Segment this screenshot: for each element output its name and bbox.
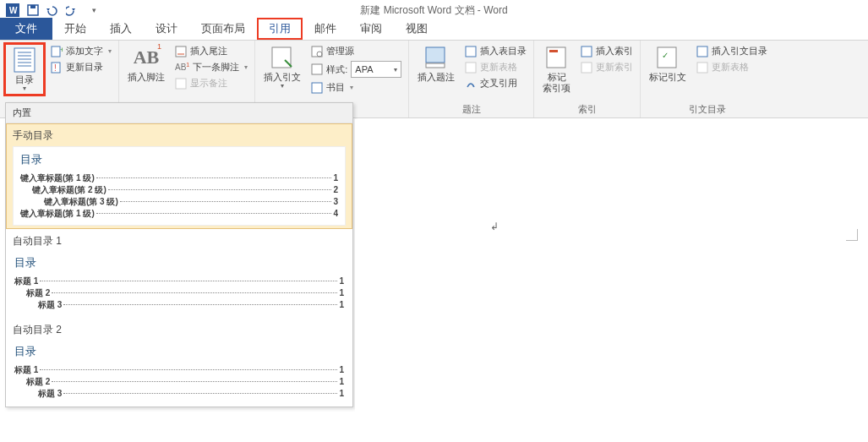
svg-rect-10	[52, 46, 60, 57]
insert-index-button[interactable]: 插入索引	[577, 44, 636, 58]
insert-tof-button[interactable]: 插入表目录	[461, 44, 530, 58]
show-notes-label: 显示备注	[190, 77, 227, 90]
toc-preview-heading: 目录	[14, 255, 344, 270]
svg-text:W: W	[9, 6, 18, 15]
insert-endnote-button[interactable]: 插入尾注	[172, 44, 251, 58]
mark-entry-label: 标记 索引项	[543, 72, 570, 94]
mark-citation-button[interactable]: ✓ 标记引文	[644, 42, 691, 85]
insert-citation-button[interactable]: 插入引文 ▾	[259, 42, 306, 91]
toc-option-auto1[interactable]: 自动目录 1 目录 标题 11标题 21标题 31	[6, 229, 352, 318]
toc-line: 标题 11	[14, 364, 344, 376]
svg-rect-20	[312, 64, 322, 74]
group-index: 标记 索引项 插入索引 更新索引 索引	[534, 41, 641, 117]
insert-caption-label: 插入题注	[418, 72, 455, 83]
toc-line: 键入章标题(第 1 级)1	[20, 172, 338, 184]
show-notes-icon	[175, 78, 187, 90]
manage-sources-icon	[311, 46, 323, 57]
insert-index-label: 插入索引	[596, 45, 633, 57]
svg-text:+: +	[60, 46, 63, 54]
insert-toa-button[interactable]: 插入引文目录	[693, 44, 771, 58]
caption-icon	[423, 44, 450, 71]
toc-line: 标题 31	[14, 388, 344, 400]
svg-rect-22	[426, 47, 445, 63]
svg-rect-4	[14, 48, 35, 72]
svg-rect-16	[176, 79, 186, 89]
insert-footnote-label: 插入脚注	[128, 72, 165, 83]
insert-endnote-label: 插入尾注	[190, 45, 227, 57]
tab-file[interactable]: 文件	[0, 18, 52, 40]
chevron-down-icon: ▾	[281, 83, 284, 90]
qat-customize-icon[interactable]: ▾	[85, 1, 103, 19]
mark-entry-button[interactable]: 标记 索引项	[538, 42, 576, 95]
show-notes-button: 显示备注	[172, 76, 251, 90]
update-toc-label: 更新目录	[66, 61, 103, 74]
next-footnote-label: 下一条脚注	[193, 61, 239, 74]
insert-index-icon	[581, 46, 592, 57]
insert-caption-button[interactable]: 插入题注	[412, 42, 460, 85]
svg-rect-17	[272, 47, 291, 68]
bibliography-icon	[311, 82, 323, 94]
insert-toa-icon	[696, 46, 708, 57]
insert-footnote-button[interactable]: AB1 插入脚注	[123, 42, 170, 85]
toc-dropdown-header: 内置	[6, 103, 352, 123]
cross-ref-label: 交叉引用	[480, 77, 517, 90]
toc-option-manual[interactable]: 手动目录 目录 键入章标题(第 1 级)1键入章标题(第 2 级)2键入章标题(…	[6, 123, 352, 229]
toc-option-auto1-preview: 目录 标题 11标题 21标题 31	[13, 252, 346, 314]
tab-insert[interactable]: 插入	[98, 18, 144, 40]
toc-option-manual-title: 手动目录	[13, 128, 346, 143]
citation-icon	[269, 44, 296, 71]
add-text-icon: +	[51, 46, 63, 57]
next-footnote-button[interactable]: AB1 下一条脚注▾	[172, 60, 251, 74]
toc-line: 键入章标题(第 1 级)4	[20, 208, 338, 220]
add-text-button[interactable]: + 添加文字▾	[47, 44, 115, 58]
insert-toa-label: 插入引文目录	[712, 45, 767, 57]
tab-layout[interactable]: 页面布局	[189, 18, 257, 40]
tab-mailings[interactable]: 邮件	[303, 18, 348, 40]
document-area[interactable]: ↲	[355, 119, 868, 442]
update-index-label: 更新索引	[596, 61, 633, 74]
update-toa-button: 更新表格	[693, 60, 771, 74]
tof-icon	[465, 46, 477, 57]
update-table-button: 更新表格	[461, 60, 530, 74]
toc-button[interactable]: 目录 ▾	[3, 42, 46, 96]
tab-design[interactable]: 设计	[144, 18, 189, 40]
group-captions: 插入题注 插入表目录 更新表格 交叉引用 题注	[409, 41, 534, 117]
toc-lines: 键入章标题(第 1 级)1键入章标题(第 2 级)2键入章标题(第 3 级)3键…	[20, 172, 338, 220]
style-value: APA	[355, 64, 373, 74]
footnote-icon: AB1	[133, 44, 160, 71]
svg-rect-23	[426, 63, 445, 68]
toc-line: 标题 11	[14, 276, 344, 287]
toc-icon	[11, 46, 38, 74]
tab-review[interactable]: 审阅	[348, 18, 394, 40]
tab-view[interactable]: 视图	[394, 18, 439, 40]
cross-ref-button[interactable]: 交叉引用	[461, 76, 530, 90]
style-select[interactable]: APA▾	[351, 61, 401, 78]
toc-line: 键入章标题(第 2 级)2	[20, 184, 338, 196]
svg-rect-28	[581, 46, 592, 57]
toc-lines: 标题 11标题 21标题 31	[14, 276, 344, 311]
bibliography-button[interactable]: 书目▾	[308, 80, 405, 95]
toc-dropdown: 内置 手动目录 目录 键入章标题(第 1 级)1键入章标题(第 2 级)2键入章…	[5, 102, 353, 407]
undo-icon[interactable]	[44, 1, 63, 19]
manage-sources-button[interactable]: 管理源	[308, 44, 405, 58]
redo-icon[interactable]	[64, 1, 83, 19]
tab-references[interactable]: 引用	[257, 18, 303, 40]
tab-home[interactable]: 开始	[52, 18, 98, 40]
manage-sources-label: 管理源	[326, 45, 354, 57]
toc-preview-heading: 目录	[14, 344, 344, 359]
toc-option-auto2-preview: 目录 标题 11标题 21标题 31	[13, 341, 346, 403]
mark-citation-icon: ✓	[654, 44, 681, 71]
ribbon-tabs: 文件 开始 插入 设计 页面布局 引用 邮件 审阅 视图	[0, 20, 868, 41]
svg-rect-3	[30, 5, 35, 8]
toc-option-auto2[interactable]: 自动目录 2 目录 标题 11标题 21标题 31	[6, 318, 352, 407]
style-row: 样式: APA▾	[308, 60, 405, 79]
svg-rect-14	[176, 46, 186, 57]
toc-line: 标题 21	[14, 376, 344, 388]
update-toc-button[interactable]: ! 更新目录	[47, 60, 115, 74]
toc-preview-heading: 目录	[20, 152, 338, 167]
toc-option-auto2-title: 自动目录 2	[13, 323, 346, 337]
save-icon[interactable]	[24, 1, 42, 19]
update-toc-icon: !	[51, 62, 63, 74]
cursor-mark-icon: ↲	[490, 221, 499, 232]
toc-line: 键入章标题(第 3 级)3	[20, 196, 338, 208]
